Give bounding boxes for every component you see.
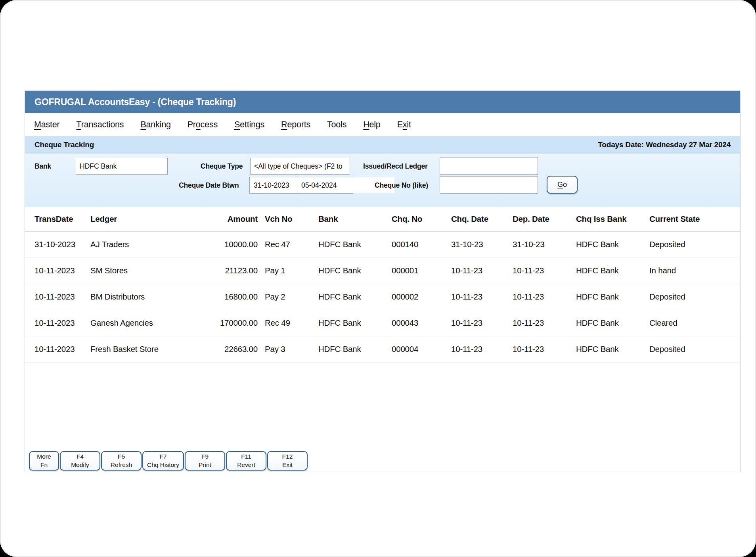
cheque-table: TransDateLedgerAmountVch NoBankChq. NoCh… — [25, 207, 740, 363]
column-header-chq-date: Chq. Date — [451, 207, 513, 231]
table-cell: 10-11-23 — [513, 310, 576, 336]
app-window: GOFRUGAL AccountsEasy - (Cheque Tracking… — [25, 90, 741, 472]
table-cell: 10-11-2023 — [25, 284, 90, 310]
table-cell: 10-11-23 — [513, 257, 576, 284]
menu-item-process[interactable]: Process — [179, 117, 226, 132]
table-cell: 10-11-2023 — [25, 257, 90, 284]
column-header-transdate: TransDate — [25, 207, 90, 231]
window-title: GOFRUGAL AccountsEasy - (Cheque Tracking… — [34, 97, 236, 108]
go-rest: o — [563, 181, 567, 188]
table-cell: HDFC Bank — [318, 310, 392, 336]
table-cell: HDFC Bank — [576, 257, 649, 284]
cheque-type-label: Cheque Type — [201, 162, 243, 171]
table-cell: 10-11-23 — [451, 257, 513, 284]
menu-bar: MasterTransactionsBankingProcessSettings… — [25, 113, 740, 136]
fn-button-f9-print[interactable]: F9Print — [185, 451, 225, 471]
cheque-date-range — [249, 177, 353, 194]
table-cell: SM Stores — [90, 257, 205, 284]
table-cell: BM Distributors — [90, 284, 205, 310]
table-cell: 21123.00 — [205, 257, 265, 284]
column-header-chq-no: Chq. No — [392, 207, 451, 231]
function-button-row: MoreFnF4ModifyF5RefreshF7Chq HistoryF9Pr… — [29, 451, 308, 471]
table-cell: Pay 2 — [265, 284, 318, 310]
table-cell: 22663.00 — [205, 336, 265, 362]
fn-button-f4-modify[interactable]: F4Modify — [60, 451, 100, 471]
cheque-type-input[interactable] — [250, 158, 350, 175]
page-title: Cheque Tracking — [34, 140, 94, 149]
table-cell: 10000.00 — [205, 231, 265, 257]
table-cell: 10-11-2023 — [25, 310, 90, 336]
bank-input[interactable] — [76, 158, 168, 175]
table-row[interactable]: 31-10-2023AJ Traders10000.00Rec 47HDFC B… — [25, 231, 740, 257]
column-header-current-state: Current State — [649, 207, 740, 231]
menu-item-banking[interactable]: Banking — [132, 117, 179, 132]
subheader-bar: Cheque Tracking Todays Date: Wednesday 2… — [25, 136, 740, 154]
menu-item-exit[interactable]: Exit — [389, 117, 419, 132]
table-row[interactable]: 10-11-2023SM Stores21123.00Pay 1HDFC Ban… — [25, 257, 740, 284]
menu-item-tools[interactable]: Tools — [319, 117, 355, 132]
menu-item-transactions[interactable]: Transactions — [68, 117, 132, 132]
table-cell: Fresh Basket Store — [90, 336, 205, 362]
table-cell: 10-11-2023 — [25, 336, 90, 362]
issued-recd-ledger-input[interactable] — [440, 157, 538, 175]
fn-button-f7-chq-history[interactable]: F7Chq History — [142, 451, 184, 471]
column-header-ledger: Ledger — [90, 207, 205, 231]
table-row[interactable]: 10-11-2023Ganesh Agencies170000.00Rec 49… — [25, 310, 740, 336]
cheque-no-label: Cheque No (like) — [375, 181, 428, 190]
title-bar: GOFRUGAL AccountsEasy - (Cheque Tracking… — [25, 91, 740, 113]
table-cell: Pay 1 — [265, 257, 318, 284]
menu-item-reports[interactable]: Reports — [273, 117, 319, 132]
table-row[interactable]: 10-11-2023Fresh Basket Store22663.00Pay … — [25, 336, 740, 362]
table-cell: 31-10-2023 — [25, 231, 90, 257]
table-cell: 31-10-23 — [513, 231, 576, 257]
table-cell: HDFC Bank — [318, 231, 392, 257]
table-cell: Rec 49 — [265, 310, 318, 336]
menu-item-settings[interactable]: Settings — [226, 117, 273, 132]
table-cell: Rec 47 — [265, 231, 318, 257]
column-header-chq-iss-bank: Chq Iss Bank — [576, 207, 649, 231]
table-cell: Pay 3 — [265, 336, 318, 362]
issued-recd-ledger-label: Issued/Recd Ledger — [363, 162, 428, 171]
column-header-vch-no: Vch No — [265, 207, 318, 231]
screenshot-canvas: GOFRUGAL AccountsEasy - (Cheque Tracking… — [0, 0, 756, 557]
fn-button-f12-exit[interactable]: F12Exit — [267, 451, 308, 471]
table-cell: 000043 — [392, 310, 451, 336]
cheque-no-input[interactable] — [440, 176, 538, 194]
fn-button-f11-revert[interactable]: F11Revert — [226, 451, 266, 471]
cheque-date-btwn-label: Cheque Date Btwn — [179, 181, 239, 190]
table-cell: HDFC Bank — [318, 284, 392, 310]
table-cell: 31-10-23 — [451, 231, 513, 257]
table-cell: HDFC Bank — [318, 257, 392, 284]
column-header-amount: Amount — [205, 207, 265, 231]
menu-item-help[interactable]: Help — [355, 117, 389, 132]
go-accel: G — [557, 181, 563, 188]
table-cell: HDFC Bank — [576, 231, 649, 257]
bank-label: Bank — [34, 162, 51, 171]
table-cell: 10-11-23 — [513, 336, 576, 362]
table-cell: HDFC Bank — [576, 336, 649, 362]
table-cell: 170000.00 — [205, 310, 265, 336]
table-cell: 10-11-23 — [513, 284, 576, 310]
table-cell: 16800.00 — [205, 284, 265, 310]
table-cell: HDFC Bank — [576, 284, 649, 310]
table-cell: 10-11-23 — [451, 310, 513, 336]
column-header-bank: Bank — [318, 207, 392, 231]
fn-button-f5-refresh[interactable]: F5Refresh — [101, 451, 142, 471]
table-cell: 000002 — [392, 284, 451, 310]
todays-date: Todays Date: Wednesday 27 Mar 2024 — [598, 140, 731, 149]
table-cell: Deposited — [649, 231, 740, 257]
menu-item-master[interactable]: Master — [26, 117, 68, 132]
table-header-row: TransDateLedgerAmountVch NoBankChq. NoCh… — [25, 207, 740, 231]
table-body: 31-10-2023AJ Traders10000.00Rec 47HDFC B… — [25, 231, 740, 362]
table-cell: Deposited — [649, 336, 740, 362]
table-cell: HDFC Bank — [576, 310, 649, 336]
table-cell: 000001 — [392, 257, 451, 284]
table-row[interactable]: 10-11-2023BM Distributors16800.00Pay 2HD… — [25, 284, 740, 310]
table-cell: Deposited — [649, 284, 740, 310]
date-from-input[interactable] — [250, 177, 297, 193]
go-button[interactable]: Go — [547, 176, 578, 194]
fn-button-more-fn[interactable]: MoreFn — [29, 451, 59, 471]
table-cell: Cleared — [649, 310, 740, 336]
table-cell: In hand — [649, 257, 740, 284]
table-cell: 10-11-23 — [451, 336, 513, 362]
